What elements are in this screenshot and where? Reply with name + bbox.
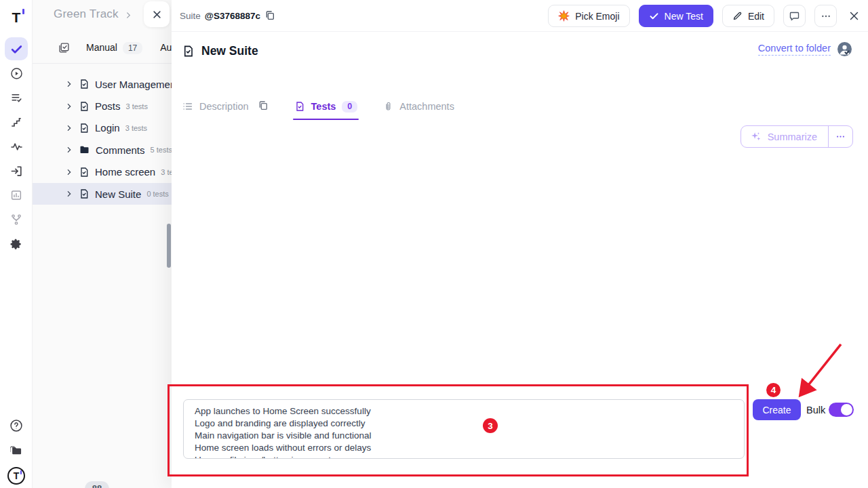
tab-attachments[interactable]: Attachments [383, 94, 454, 119]
nav-import-icon[interactable] [0, 159, 33, 182]
chevron-right-icon [66, 125, 73, 131]
paperclip-icon [383, 101, 393, 112]
collision-emoji-icon [558, 10, 570, 22]
suite-doc-icon [79, 79, 90, 89]
annotation-step-4-badge: 4 [766, 383, 781, 397]
left-icon-rail: T [0, 0, 33, 488]
ellipsis-icon [835, 131, 846, 142]
person-check-icon [837, 42, 852, 56]
t-circle-icon: T [7, 467, 25, 485]
nav-branches-icon[interactable] [0, 208, 33, 231]
panel-close-button[interactable] [144, 1, 170, 27]
annotation-arrow [783, 338, 851, 405]
import-icon [10, 165, 23, 178]
convert-to-folder-link[interactable]: Convert to folder [758, 43, 831, 56]
suites-tree-panel: Green Track Manual17 Automated User Mana… [33, 0, 173, 488]
nav-plans-icon[interactable] [0, 86, 33, 109]
suite-id: @S3768887c [205, 11, 260, 21]
nav-runs-icon[interactable] [0, 62, 33, 85]
sparkles-icon [750, 131, 762, 142]
bar-chart-icon [10, 189, 22, 201]
pencil-icon [732, 11, 743, 21]
ellipsis-icon [821, 11, 831, 22]
suite-doc-icon [79, 167, 90, 178]
list-check-icon [10, 92, 23, 104]
header-right: Convert to folder [758, 42, 852, 56]
pulse-icon [10, 140, 23, 153]
check-icon [10, 43, 23, 56]
nav-steps-icon[interactable] [0, 110, 33, 134]
suite-doc-icon [79, 123, 90, 134]
tab-description[interactable]: Description [182, 94, 269, 119]
pick-emoji-button[interactable]: Pick Emoji [548, 5, 629, 27]
annotation-step-3-badge: 3 [483, 418, 498, 433]
nav-analytics-icon[interactable] [0, 135, 33, 158]
more-options-button[interactable] [814, 5, 837, 27]
suite-header: New Suite Convert to folder [172, 32, 868, 70]
copy-suite-id-button[interactable] [264, 10, 275, 21]
folder-icon [79, 144, 90, 155]
comments-button[interactable] [783, 5, 806, 27]
question-circle-icon [9, 419, 23, 432]
close-icon [848, 10, 860, 22]
tab-manual[interactable]: Manual17 [86, 41, 142, 54]
close-icon [152, 9, 162, 20]
chevron-right-icon [125, 12, 132, 19]
stairs-icon [10, 116, 22, 128]
gear-icon [9, 237, 23, 251]
annotation-rectangle [167, 384, 749, 476]
edit-button[interactable]: Edit [722, 5, 774, 27]
suite-doc-icon [79, 188, 90, 199]
copy-icon [264, 10, 275, 21]
projects-icon[interactable] [0, 439, 33, 462]
copy-icon [258, 100, 269, 111]
suite-reference: Suite @S3768887c [180, 10, 275, 21]
chevron-right-icon [66, 146, 73, 153]
chevron-right-icon [66, 169, 73, 176]
suite-tabs: Description Tests 0 Attachments [182, 94, 454, 119]
folder-stack-icon [9, 443, 23, 457]
tests-count-badge: 0 [342, 101, 357, 113]
check-icon [649, 11, 659, 21]
app-logo[interactable]: T [0, 5, 33, 28]
nav-settings-icon[interactable] [0, 232, 33, 256]
nav-tests-icon[interactable] [5, 37, 28, 60]
chevron-right-icon [66, 103, 73, 110]
summarize-split-button: Summarize [741, 125, 853, 148]
suite-doc-icon [182, 45, 195, 58]
toolbar-actions: Pick Emoji New Test Edit [548, 5, 860, 27]
bulk-toggle-label: Bulk [806, 405, 825, 415]
checkbox-multiple-icon [58, 42, 70, 54]
summarize-button[interactable]: Summarize [741, 126, 828, 147]
shortcut-badge: 88 [85, 481, 109, 488]
suite-doc-icon [79, 101, 90, 112]
scrollbar-thumb[interactable] [167, 224, 171, 268]
avatar[interactable] [837, 42, 852, 56]
logo-t-icon: T [12, 10, 21, 24]
help-icon[interactable] [0, 414, 33, 437]
chevron-right-icon [66, 190, 73, 197]
app-root: T [0, 0, 868, 488]
description-list-icon [182, 101, 193, 112]
play-circle-icon [10, 67, 23, 80]
toggle-knob [841, 404, 852, 415]
chevron-right-icon [66, 81, 73, 87]
suite-label: Suite [180, 11, 201, 21]
project-name[interactable]: Green Track [54, 7, 119, 21]
suite-title: New Suite [201, 44, 258, 58]
copy-description-button[interactable] [258, 100, 269, 113]
tests-doc-icon [294, 101, 305, 112]
comment-icon [789, 10, 800, 22]
suite-toolbar: Suite @S3768887c Pick Emoji New Test Edi… [172, 0, 868, 32]
suite-title-wrap: New Suite [182, 44, 258, 58]
tab-tests[interactable]: Tests 0 [294, 94, 358, 119]
branch-icon [10, 214, 22, 226]
manual-count-badge: 17 [123, 42, 142, 54]
about-testomat-icon[interactable]: T [0, 464, 33, 487]
summarize-more-button[interactable] [828, 126, 852, 147]
nav-reports-icon[interactable] [0, 184, 33, 207]
new-test-button[interactable]: New Test [639, 5, 713, 27]
close-panel-button[interactable] [848, 10, 860, 22]
